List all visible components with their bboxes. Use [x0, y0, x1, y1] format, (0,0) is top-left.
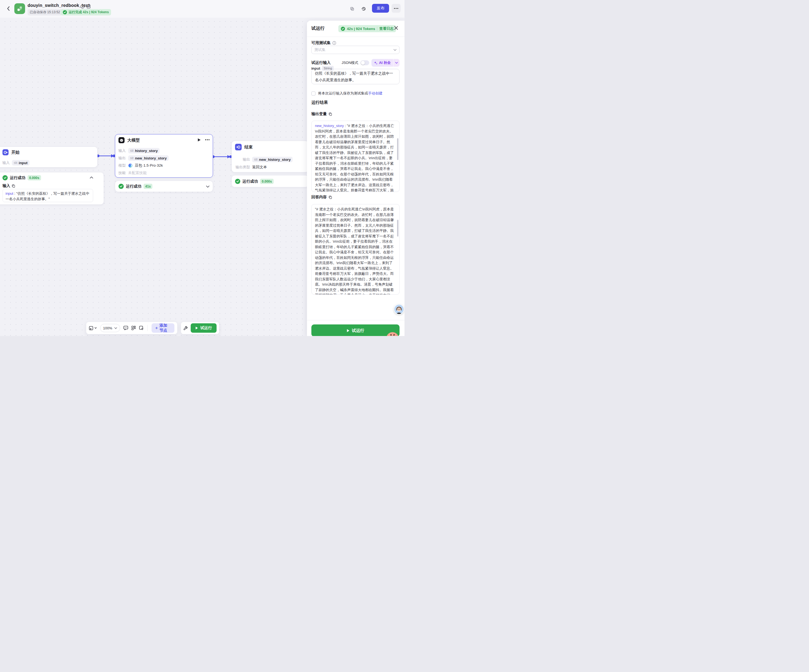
- close-icon[interactable]: [394, 26, 398, 30]
- collapse-chevron-icon[interactable]: [90, 176, 93, 178]
- view-log-link[interactable]: 查看日志: [379, 26, 393, 31]
- output-label: 输出: [119, 156, 126, 161]
- wrench-icon[interactable]: [183, 326, 188, 330]
- success-check-icon: [2, 175, 8, 180]
- variable-tag[interactable]: str.new_history_story: [252, 157, 293, 162]
- end-run-result[interactable]: 运行成功 0.000s: [232, 175, 309, 187]
- expand-chevron-icon[interactable]: [206, 186, 210, 188]
- edit-icon[interactable]: [87, 4, 91, 8]
- run-duration: 0.000s: [28, 175, 41, 180]
- run-input-textarea[interactable]: 仿照《长安的荔枝》，写一篇关于淝水之战中一名小兵死里逃生的故事。: [311, 69, 399, 84]
- doubao-node-icon: [119, 137, 124, 143]
- node-start[interactable]: 开始 输入 str.input: [0, 146, 97, 168]
- node-title: 结束: [244, 144, 253, 150]
- end-node-icon: [235, 144, 242, 150]
- variable-tag[interactable]: str.input: [12, 160, 30, 166]
- skill-label: 技能: [119, 171, 126, 176]
- history-icon[interactable]: [361, 6, 366, 11]
- run-input-title: 试运行输入: [311, 60, 331, 65]
- zoom-control[interactable]: 100%: [100, 324, 120, 332]
- add-node-button[interactable]: 添加节点: [151, 323, 175, 333]
- input-section-label: 输入: [2, 183, 10, 188]
- select-area-icon[interactable]: [139, 326, 144, 330]
- answer-content-box[interactable]: "# 淝水之役：小兵的生死逃亡\n我叫阿虎，原本是淮南郡一个老实巴交的农夫。农忙…: [311, 204, 399, 295]
- panel-title: 试运行: [311, 26, 325, 32]
- node-run-icon[interactable]: [197, 138, 201, 142]
- test-set-label: 可用测试集: [311, 40, 331, 45]
- start-run-result[interactable]: 运行成功 0.000s 输入 input : "仿照《长安的荔枝》，写一篇关于淝…: [0, 172, 104, 204]
- variable-tag[interactable]: str.history_story: [128, 148, 159, 153]
- panel-test-run-button[interactable]: 试运行: [311, 324, 399, 336]
- manual-create-link[interactable]: 手动创建: [368, 91, 383, 95]
- panel-header: 试运行 42s | 924 Tokens 查看日志: [307, 21, 404, 37]
- test-run-button[interactable]: 试运行: [191, 323, 217, 333]
- doubao-model-icon: [128, 163, 133, 168]
- node-title: 大模型: [127, 138, 140, 143]
- ai-complete-button[interactable]: AI 补全: [371, 59, 399, 67]
- llm-run-result[interactable]: 运行成功 41s: [115, 181, 213, 192]
- success-check-icon: [341, 27, 345, 31]
- node-more-icon[interactable]: [205, 139, 210, 141]
- input-label: 输入: [119, 148, 126, 153]
- info-icon[interactable]: [81, 4, 85, 8]
- save-testset-label: 将本次运行输入保存为测试集或: [318, 91, 368, 95]
- select-placeholder: 测试集: [314, 47, 326, 52]
- success-check-icon: [63, 10, 67, 14]
- workflow-app-icon: [14, 3, 25, 14]
- sparkle-icon: [374, 61, 378, 65]
- publish-button[interactable]: 发布: [372, 4, 389, 13]
- more-button[interactable]: [391, 4, 401, 13]
- output-type-value: 返回文本: [252, 165, 267, 170]
- copy-icon[interactable]: [12, 184, 15, 188]
- variable-tag[interactable]: str.new_history_story: [128, 155, 169, 161]
- json-mode-toggle[interactable]: [361, 60, 369, 65]
- json-mode-label: JSON模式: [342, 60, 359, 65]
- run-summary-text: 42s | 924 Tokens: [347, 27, 375, 31]
- model-name: 豆包·1.5·Pro·32k: [135, 163, 163, 168]
- test-run-panel: 试运行 42s | 924 Tokens 查看日志 可用测试集 测试集 试运行输…: [307, 21, 404, 336]
- run-toolbar: 试运行: [181, 322, 219, 334]
- output-variable-box[interactable]: new_history_story : "# 淝水之役：小兵的生死逃亡\n我叫阿…: [311, 121, 399, 192]
- save-testset-checkbox[interactable]: [311, 91, 316, 96]
- success-check-icon: [235, 179, 240, 184]
- run-duration: 0.000s: [260, 179, 274, 184]
- node-end[interactable]: 结束 输出 str.new_history_story 输出类型 返回文本: [232, 141, 309, 173]
- run-status: 运行成功: [242, 179, 258, 184]
- zoom-level: 100%: [103, 326, 112, 330]
- result-title: 运行结果: [311, 100, 328, 105]
- run-duration: 41s: [144, 184, 153, 189]
- test-set-select[interactable]: 测试集: [311, 46, 399, 54]
- divider: [377, 27, 377, 30]
- success-check-icon: [119, 184, 124, 189]
- skill-value: 未配置技能: [128, 171, 147, 176]
- back-button[interactable]: [5, 5, 12, 12]
- workflow-editor: 开始 输入 str.input 运行成功 0.000s 输入 input : "…: [0, 0, 404, 336]
- autosave-badge: 已自动保存 15:13:52: [28, 9, 62, 15]
- run-input-value: input : "仿照《长安的荔枝》，写一篇关于淝水之战中一名小兵死里逃生的故事…: [2, 189, 93, 202]
- node-llm[interactable]: 大模型 输入 str.history_story 输出 str.new_hist…: [115, 134, 213, 178]
- run-status: 运行成功: [126, 184, 141, 189]
- run-complete-badge: 运行完成 42s | 924 Tokens: [60, 9, 111, 15]
- run-status: 运行成功: [10, 176, 25, 180]
- duplicate-icon[interactable]: [350, 7, 354, 11]
- scrollbar-thumb[interactable]: [397, 220, 398, 236]
- input-label: 输入: [2, 160, 10, 165]
- ai-complete-dropdown[interactable]: [393, 59, 399, 67]
- output-var-label: 输出变量: [311, 112, 327, 117]
- minimap-toggle-icon[interactable]: [89, 326, 97, 330]
- copy-icon[interactable]: [329, 196, 332, 199]
- comment-icon[interactable]: [123, 326, 128, 330]
- answer-label: 回答内容: [311, 195, 327, 199]
- node-title: 开始: [11, 150, 20, 155]
- copy-icon[interactable]: [329, 112, 332, 116]
- canvas-toolbar: 100% 添加节点: [86, 322, 178, 334]
- top-bar: douyin_switch_redbook_text 已自动保存 15:13:5…: [0, 0, 404, 18]
- start-node-icon: [2, 149, 8, 155]
- info-icon[interactable]: [332, 41, 336, 45]
- run-summary-badge[interactable]: 42s | 924 Tokens 查看日志: [338, 25, 396, 32]
- output-type-label: 输出类型: [235, 165, 250, 170]
- auto-layout-icon[interactable]: [131, 326, 136, 330]
- divider: [307, 320, 404, 320]
- scrollbar-thumb[interactable]: [397, 138, 398, 160]
- user-avatar[interactable]: [394, 304, 404, 315]
